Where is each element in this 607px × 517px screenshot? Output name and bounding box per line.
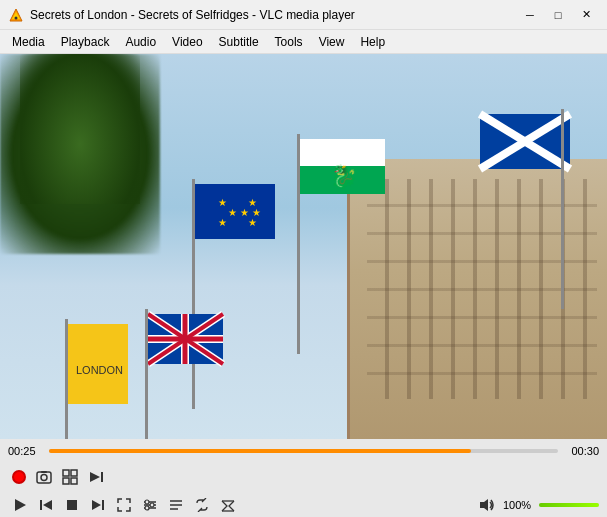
play-icon bbox=[13, 498, 27, 512]
menu-tools[interactable]: Tools bbox=[267, 30, 311, 53]
vlc-icon bbox=[8, 7, 24, 23]
random-icon bbox=[221, 498, 235, 512]
svg-marker-42 bbox=[43, 500, 52, 510]
menu-video[interactable]: Video bbox=[164, 30, 210, 53]
svg-rect-34 bbox=[63, 470, 69, 476]
progress-fill bbox=[49, 449, 471, 453]
minimize-button[interactable]: ─ bbox=[517, 5, 543, 25]
svg-point-51 bbox=[145, 506, 149, 510]
play-button[interactable] bbox=[8, 494, 32, 516]
extended-button[interactable] bbox=[138, 494, 162, 516]
loop-icon bbox=[195, 498, 209, 512]
prev-button[interactable] bbox=[34, 494, 58, 516]
svg-text:★: ★ bbox=[218, 197, 227, 208]
svg-rect-17 bbox=[192, 179, 195, 409]
svg-marker-38 bbox=[90, 472, 100, 482]
svg-rect-36 bbox=[63, 478, 69, 484]
menu-subtitle[interactable]: Subtitle bbox=[211, 30, 267, 53]
progress-bar[interactable] bbox=[49, 449, 558, 453]
video-canvas: 🐉 ★ ★ ★ ★ ★ ★ ★ bbox=[0, 54, 607, 439]
frame-icon bbox=[88, 469, 104, 485]
time-total: 00:30 bbox=[564, 445, 599, 457]
svg-marker-57 bbox=[480, 499, 488, 511]
svg-rect-39 bbox=[101, 472, 103, 482]
menu-audio[interactable]: Audio bbox=[117, 30, 164, 53]
button-row-bottom: 100% bbox=[0, 491, 607, 517]
svg-rect-31 bbox=[37, 472, 51, 483]
menu-bar: Media Playback Audio Video Subtitle Tool… bbox=[0, 30, 607, 54]
close-button[interactable]: ✕ bbox=[573, 5, 599, 25]
button-row-top bbox=[0, 463, 607, 491]
svg-marker-40 bbox=[15, 499, 26, 511]
stop-icon bbox=[66, 499, 78, 511]
menu-view[interactable]: View bbox=[311, 30, 353, 53]
mute-button[interactable] bbox=[475, 494, 499, 516]
time-current: 00:25 bbox=[8, 445, 43, 457]
record-button[interactable] bbox=[8, 466, 30, 488]
volume-bar[interactable] bbox=[539, 503, 599, 507]
svg-rect-10 bbox=[297, 134, 300, 354]
next-icon bbox=[90, 497, 106, 513]
svg-point-50 bbox=[150, 503, 154, 507]
next-button[interactable] bbox=[86, 494, 110, 516]
fullscreen-button[interactable] bbox=[112, 494, 136, 516]
menu-help[interactable]: Help bbox=[352, 30, 393, 53]
svg-marker-45 bbox=[92, 500, 101, 510]
volume-fill bbox=[539, 503, 599, 507]
svg-rect-44 bbox=[102, 500, 104, 510]
video-area[interactable]: 🐉 ★ ★ ★ ★ ★ ★ ★ bbox=[0, 54, 607, 439]
svg-rect-6 bbox=[561, 109, 564, 309]
svg-text:★: ★ bbox=[248, 217, 257, 228]
volume-percent-label: 100% bbox=[503, 499, 535, 511]
svg-rect-37 bbox=[71, 478, 77, 484]
playlist-button[interactable] bbox=[164, 494, 188, 516]
snapshot-icon bbox=[36, 469, 52, 485]
svg-rect-41 bbox=[40, 500, 42, 510]
random-button[interactable] bbox=[216, 494, 240, 516]
frame-button[interactable] bbox=[84, 466, 108, 488]
show-hide-button[interactable] bbox=[58, 466, 82, 488]
svg-rect-33 bbox=[41, 471, 47, 473]
svg-rect-30 bbox=[65, 319, 68, 439]
progress-area: 00:25 00:30 bbox=[0, 439, 607, 463]
window-controls: ─ □ ✕ bbox=[517, 5, 599, 25]
record-icon bbox=[12, 470, 26, 484]
playlist-icon bbox=[169, 498, 183, 512]
menu-playback[interactable]: Playback bbox=[53, 30, 118, 53]
snapshot-button[interactable] bbox=[32, 466, 56, 488]
svg-point-2 bbox=[15, 16, 18, 19]
extended-icon bbox=[143, 498, 157, 512]
show-hide-icon bbox=[62, 469, 78, 485]
volume-area: 100% bbox=[475, 494, 599, 516]
flags-svg: 🐉 ★ ★ ★ ★ ★ ★ ★ bbox=[0, 54, 607, 439]
maximize-button[interactable]: □ bbox=[545, 5, 571, 25]
svg-rect-27 bbox=[145, 309, 148, 439]
prev-icon bbox=[38, 497, 54, 513]
svg-rect-43 bbox=[67, 500, 77, 510]
controls-bar: 00:25 00:30 bbox=[0, 439, 607, 517]
volume-icon bbox=[479, 497, 495, 513]
stop-button[interactable] bbox=[60, 494, 84, 516]
svg-text:LONDON: LONDON bbox=[76, 364, 123, 376]
svg-rect-35 bbox=[71, 470, 77, 476]
fullscreen-icon bbox=[117, 498, 131, 512]
loop-button[interactable] bbox=[190, 494, 214, 516]
svg-point-32 bbox=[41, 475, 47, 481]
window-title: Secrets of London - Secrets of Selfridge… bbox=[30, 8, 517, 22]
svg-text:★: ★ bbox=[248, 197, 257, 208]
title-bar: Secrets of London - Secrets of Selfridge… bbox=[0, 0, 607, 30]
svg-point-49 bbox=[145, 500, 149, 504]
svg-text:🐉: 🐉 bbox=[330, 163, 358, 190]
menu-media[interactable]: Media bbox=[4, 30, 53, 53]
svg-text:★: ★ bbox=[218, 217, 227, 228]
